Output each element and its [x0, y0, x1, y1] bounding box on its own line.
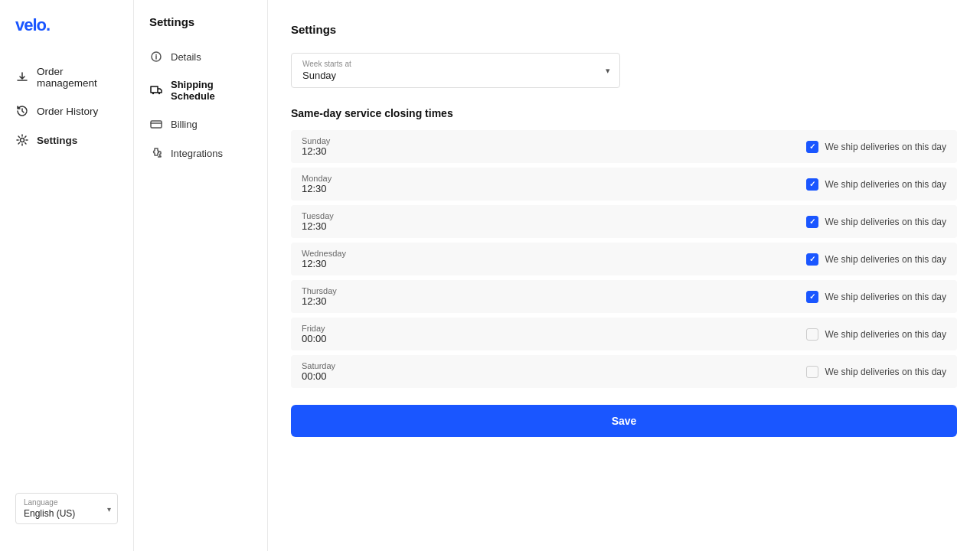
day-checkbox[interactable] [806, 328, 818, 341]
sidebar-item-settings[interactable]: Settings [0, 126, 133, 155]
day-checkbox-wrap: We ship deliveries on this day [806, 141, 946, 153]
day-time: 12:30 [302, 295, 371, 307]
day-time: 12:30 [302, 220, 371, 232]
ship-label: We ship deliveries on this day [825, 367, 946, 377]
sidebar: velo. Order management Order History [0, 0, 134, 551]
day-row: Thursday12:30We ship deliveries on this … [291, 280, 957, 313]
day-checkbox[interactable] [806, 216, 818, 228]
day-name: Tuesday [302, 211, 371, 220]
info-icon [149, 50, 163, 64]
svg-point-2 [152, 93, 154, 94]
day-row: Friday00:00We ship deliveries on this da… [291, 318, 957, 350]
history-icon [15, 104, 29, 118]
day-checkbox-wrap: We ship deliveries on this day [806, 216, 946, 228]
week-starts-section: Week starts at Sunday ▾ [291, 53, 957, 88]
download-icon [15, 70, 29, 84]
settings-nav-label: Shipping Schedule [171, 79, 252, 102]
svg-point-0 [21, 139, 24, 142]
settings-nav-item-billing[interactable]: Billing [134, 109, 267, 139]
ship-label: We ship deliveries on this day [825, 292, 946, 302]
day-name: Saturday [302, 361, 371, 370]
ship-label: We ship deliveries on this day [825, 142, 946, 152]
day-row: Monday12:30We ship deliveries on this da… [291, 168, 957, 201]
logo-text: velo. [15, 15, 50, 34]
ship-label: We ship deliveries on this day [825, 254, 946, 265]
settings-nav-title: Settings [134, 15, 267, 42]
sidebar-item-order-management[interactable]: Order management [0, 58, 133, 96]
day-row: Tuesday12:30We ship deliveries on this d… [291, 205, 957, 238]
svg-rect-4 [151, 121, 162, 128]
day-checkbox-wrap: We ship deliveries on this day [806, 366, 946, 378]
language-label: Language [24, 498, 109, 507]
day-info: Wednesday12:30 [302, 249, 371, 269]
day-name: Wednesday [302, 249, 371, 258]
chevron-down-icon: ▾ [606, 66, 610, 76]
gear-icon [15, 133, 29, 147]
day-checkbox-wrap: We ship deliveries on this day [806, 291, 946, 303]
chevron-down-icon: ▾ [107, 504, 111, 513]
day-checkbox-wrap: We ship deliveries on this day [806, 253, 946, 266]
same-day-title: Same-day service closing times [291, 107, 957, 119]
day-info: Saturday00:00 [302, 361, 371, 382]
sidebar-item-label: Order management [37, 66, 118, 89]
week-starts-value: Sunday [302, 70, 609, 81]
day-name: Sunday [302, 136, 371, 145]
day-time: 12:30 [302, 145, 371, 157]
settings-nav: Settings Details Shipping Schedule [134, 0, 268, 551]
day-row: Saturday00:00We ship deliveries on this … [291, 355, 957, 388]
day-time: 12:30 [302, 258, 371, 269]
week-starts-dropdown[interactable]: Week starts at Sunday ▾ [291, 53, 620, 88]
truck-icon [149, 83, 163, 97]
day-name: Thursday [302, 286, 371, 295]
day-time: 12:30 [302, 183, 371, 194]
svg-point-3 [158, 93, 160, 94]
day-time: 00:00 [302, 370, 371, 382]
settings-nav-label: Billing [171, 119, 198, 130]
week-starts-label: Week starts at [302, 60, 609, 68]
ship-label: We ship deliveries on this day [825, 179, 946, 190]
day-time: 00:00 [302, 333, 371, 344]
day-checkbox-wrap: We ship deliveries on this day [806, 328, 946, 341]
settings-nav-label: Integrations [171, 148, 223, 159]
puzzle-icon [149, 146, 163, 160]
sidebar-footer: Language English (US) ▾ [0, 481, 133, 536]
same-day-section: Same-day service closing times Sunday12:… [291, 107, 957, 437]
day-info: Tuesday12:30 [302, 211, 371, 232]
day-checkbox[interactable] [806, 178, 818, 191]
day-info: Sunday12:30 [302, 136, 371, 157]
sidebar-item-label: Order History [37, 106, 98, 117]
day-info: Monday12:30 [302, 174, 371, 194]
sidebar-item-label: Settings [37, 135, 77, 146]
day-row: Wednesday12:30We ship deliveries on this… [291, 243, 957, 276]
ship-label: We ship deliveries on this day [825, 217, 946, 227]
sidebar-item-order-history[interactable]: Order History [0, 96, 133, 126]
day-checkbox[interactable] [806, 141, 818, 153]
language-value: English (US) [24, 508, 109, 519]
page-title: Settings [291, 23, 957, 36]
logo: velo. [0, 15, 133, 58]
day-checkbox[interactable] [806, 291, 818, 303]
day-name: Monday [302, 174, 371, 183]
day-checkbox[interactable] [806, 366, 818, 378]
language-select[interactable]: Language English (US) ▾ [15, 493, 118, 524]
settings-nav-item-shipping[interactable]: Shipping Schedule [134, 71, 267, 109]
sidebar-nav: Order management Order History Settings [0, 58, 133, 155]
day-checkbox[interactable] [806, 253, 818, 266]
card-icon [149, 117, 163, 131]
settings-nav-label: Details [171, 51, 201, 63]
day-name: Friday [302, 324, 371, 333]
day-checkbox-wrap: We ship deliveries on this day [806, 178, 946, 191]
day-row: Sunday12:30We ship deliveries on this da… [291, 130, 957, 163]
ship-label: We ship deliveries on this day [825, 329, 946, 340]
day-info: Thursday12:30 [302, 286, 371, 307]
settings-nav-item-details[interactable]: Details [134, 42, 267, 71]
save-button[interactable]: Save [291, 405, 957, 437]
settings-nav-item-integrations[interactable]: Integrations [134, 139, 267, 168]
main-content: Settings Week starts at Sunday ▾ Same-da… [268, 0, 980, 551]
day-info: Friday00:00 [302, 324, 371, 344]
days-list: Sunday12:30We ship deliveries on this da… [291, 130, 957, 388]
